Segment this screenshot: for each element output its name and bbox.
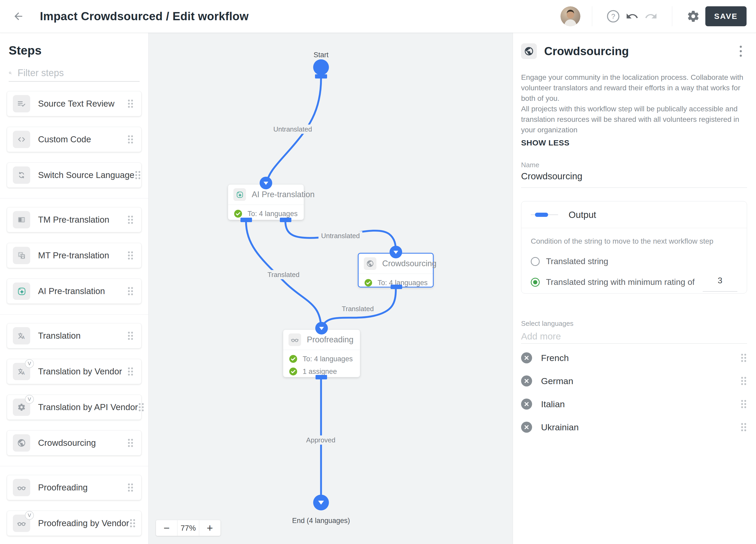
save-button[interactable]: SAVE (705, 6, 747, 26)
step-custom-code[interactable]: Custom Code (7, 127, 141, 152)
step-proofreading[interactable]: Proofreading (7, 475, 141, 500)
end-node[interactable] (313, 495, 329, 510)
step-mt-pre-translation[interactable]: G MT Pre-translation (7, 243, 141, 268)
step-switch-source-language[interactable]: Switch Source Language (7, 163, 141, 188)
output-tab-translated[interactable] (391, 285, 402, 289)
code-icon (13, 131, 30, 148)
language-name: Ukrainian (541, 422, 579, 432)
arrow-down-icon (393, 251, 398, 256)
output-tab-untranslated[interactable] (280, 218, 291, 222)
vendor-badge: V (25, 395, 34, 404)
node-ai-pre-translation[interactable]: AI Pre-translation To: 4 languages (228, 184, 304, 220)
input-connector[interactable] (390, 246, 402, 258)
step-ai-pre-translation[interactable]: AI Pre-translation (7, 279, 141, 304)
settings-button[interactable] (684, 7, 703, 26)
vendor-badge: V (25, 359, 34, 368)
input-connector[interactable] (315, 322, 328, 334)
kebab-icon (739, 44, 743, 59)
drag-handle-icon[interactable] (127, 367, 134, 376)
undo-button[interactable] (623, 7, 642, 26)
drag-handle-icon[interactable] (134, 170, 141, 180)
glasses-icon: V (13, 515, 30, 532)
edge-label-translated: Translated (339, 304, 376, 313)
drag-handle-icon[interactable] (740, 422, 747, 432)
show-less-link[interactable]: SHOW LESS (521, 138, 747, 147)
language-row-ukrainian: Ukrainian (521, 416, 747, 439)
selected-languages-list: French German Italian (521, 346, 747, 439)
drag-handle-icon[interactable] (129, 519, 136, 528)
drag-handle-icon[interactable] (127, 286, 134, 296)
step-translation-by-api-vendor[interactable]: V Translation by API Vendor (7, 395, 141, 420)
drag-handle-icon[interactable] (740, 376, 747, 386)
help-button[interactable]: ? (604, 7, 623, 26)
steps-heading: Steps (9, 43, 148, 57)
redo-button[interactable] (642, 7, 660, 26)
output-connector-icon (531, 213, 558, 217)
step-label: Translation by API Vendor (38, 402, 138, 412)
close-icon (524, 401, 529, 407)
drag-handle-icon[interactable] (740, 353, 747, 363)
radio-option-translated-string[interactable]: Translated string (531, 257, 737, 266)
drag-handle-icon[interactable] (127, 135, 134, 144)
more-options-button[interactable] (734, 43, 747, 59)
step-description: Engage your community in the localizatio… (521, 72, 747, 135)
language-name: French (541, 353, 569, 363)
drag-handle-icon[interactable] (127, 331, 134, 341)
drag-handle-icon[interactable] (740, 399, 747, 409)
vendor-badge: V (25, 511, 34, 520)
drag-handle-icon[interactable] (127, 99, 134, 108)
back-button[interactable] (11, 8, 26, 24)
drag-handle-icon[interactable] (127, 483, 134, 492)
output-tab-approved[interactable] (316, 375, 327, 379)
steps-list: Source Text Review Custom Code Switch So (0, 91, 148, 544)
step-label: Proofreading by Vendor (38, 518, 129, 528)
workflow-canvas[interactable]: Untranslated Untranslated Translated Tra… (149, 33, 513, 544)
start-node[interactable] (313, 59, 329, 75)
drag-handle-icon[interactable] (127, 438, 134, 448)
output-tab-translated[interactable] (240, 218, 252, 222)
avatar[interactable] (560, 6, 580, 26)
language-row-german: German (521, 369, 747, 393)
radio-option-minimum-rating[interactable]: Translated string with minimum rating of… (531, 277, 737, 287)
radio-selected-icon[interactable] (531, 278, 540, 287)
add-language-input[interactable]: Add more (521, 331, 747, 342)
filter-steps-input[interactable] (18, 67, 140, 79)
drag-handle-icon[interactable] (127, 251, 134, 260)
ai-sparkle-icon (233, 188, 246, 201)
remove-language-button[interactable] (521, 375, 532, 386)
filter-steps-field[interactable] (9, 65, 140, 82)
language-row-italian: Italian (521, 393, 747, 416)
drag-handle-icon[interactable] (138, 402, 145, 412)
svg-text:?: ? (611, 12, 615, 20)
step-tm-pre-translation[interactable]: TM Pre-translation (7, 207, 141, 232)
description-paragraph: Engage your community in the localizatio… (521, 72, 747, 104)
step-crowdsourcing[interactable]: Crowdsourcing (7, 430, 141, 456)
step-translation[interactable]: A Translation (7, 323, 141, 348)
sync-icon (13, 166, 30, 184)
radio-label: Translated string with minimum rating of (546, 277, 695, 287)
step-proofreading-by-vendor[interactable]: V Proofreading by Vendor (7, 511, 141, 536)
name-input[interactable]: Crowdsourcing (521, 171, 747, 181)
panel-header: Crowdsourcing (521, 43, 747, 60)
drag-handle-icon[interactable] (127, 215, 134, 224)
step-translation-by-vendor[interactable]: A V Translation by Vendor (7, 359, 141, 384)
minimum-rating-input[interactable]: 3 (703, 276, 737, 292)
step-source-text-review[interactable]: Source Text Review (7, 91, 141, 116)
step-label: Translation (38, 331, 81, 341)
zoom-out-button[interactable]: − (156, 520, 177, 536)
zoom-in-button[interactable]: + (199, 520, 221, 536)
language-row-french: French (521, 346, 747, 369)
radio-unselected-icon[interactable] (531, 257, 540, 266)
node-crowdsourcing[interactable]: Crowdsourcing To: 4 languages (358, 253, 434, 287)
input-connector[interactable] (260, 177, 272, 189)
step-label: Custom Code (38, 134, 91, 144)
remove-language-button[interactable] (521, 352, 532, 363)
remove-language-button[interactable] (521, 399, 532, 410)
remove-language-button[interactable] (521, 422, 532, 433)
globe-icon (364, 257, 376, 270)
start-label: Start (313, 51, 328, 59)
undo-icon (626, 10, 639, 23)
node-status-text: To: 4 languages (377, 279, 428, 287)
check-circle-icon (233, 209, 243, 218)
node-proofreading[interactable]: Proofreading To: 4 languages 1 assignee (283, 329, 360, 377)
